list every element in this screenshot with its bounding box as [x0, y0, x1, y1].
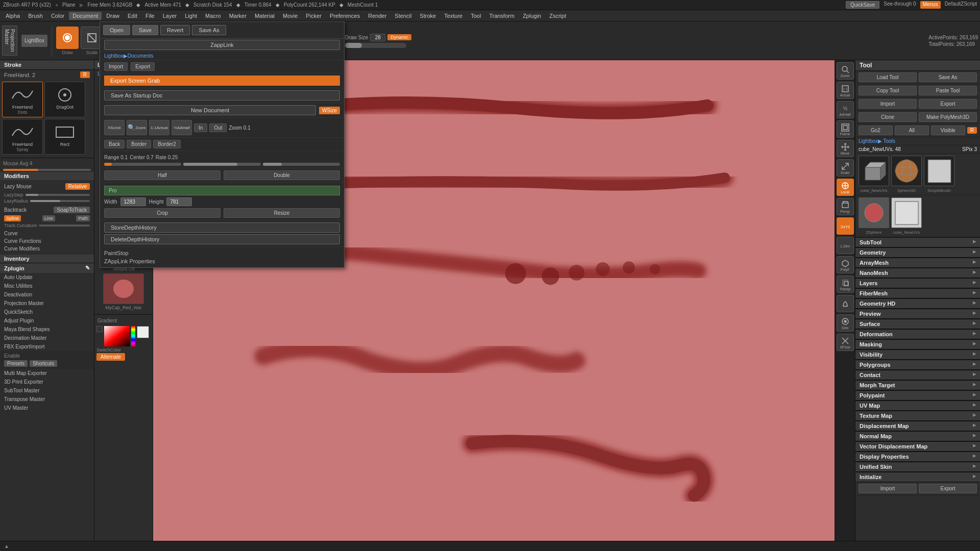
simplebrush-thumb[interactable] — [924, 156, 954, 186]
transp-icon[interactable]: Transp — [837, 276, 854, 293]
menu-macro[interactable]: Macro — [202, 12, 225, 20]
dispmap-section-header[interactable]: Displacement Map ▶ — [855, 421, 980, 431]
path-btn[interactable]: Path — [76, 215, 90, 221]
draw-size-slider[interactable] — [345, 43, 406, 48]
menu-picker[interactable]: Picker — [302, 12, 325, 20]
save-startup-btn[interactable]: Save As Startup Doc — [104, 90, 340, 101]
export-screen-grab-btn[interactable]: Export Screen Grab — [104, 76, 340, 86]
zplugin-decimation[interactable]: Decimation Master — [0, 334, 94, 342]
import-btn[interactable]: Import — [104, 62, 128, 71]
curve-modifiers[interactable]: Curve Modifiers — [4, 245, 90, 253]
all-btn[interactable]: All — [895, 126, 929, 135]
scroll-btn[interactable]: ≡ Scroll — [104, 120, 125, 135]
aahalf-btn[interactable]: ½ AAHalf — [172, 120, 192, 135]
arraymesh-section-header[interactable]: ArrayMesh ▶ — [855, 258, 980, 268]
zapplink-props[interactable]: ZAppLink Properties — [104, 257, 340, 265]
menu-document[interactable]: Document — [69, 12, 102, 20]
scale-icon[interactable]: Scale — [837, 159, 854, 177]
zapplink-btn[interactable]: ZappLink — [104, 40, 340, 50]
menu-preferences[interactable]: Preferences — [326, 12, 363, 20]
frame-icon[interactable]: Frame — [837, 120, 854, 138]
draw-btn[interactable] — [56, 27, 79, 49]
save-as-btn[interactable]: Save As — [192, 25, 226, 35]
polyf-icon[interactable]: PolyF — [837, 256, 854, 273]
xpose-icon[interactable]: XPose — [837, 334, 854, 351]
revert-btn[interactable]: Revert — [160, 25, 190, 35]
unified-skin-section-header[interactable]: Unified Skin ▶ — [855, 462, 980, 472]
export-btn[interactable]: Export — [131, 62, 155, 71]
delete-depth-btn[interactable]: DeleteDepthHistory — [104, 234, 340, 244]
color-hue-bar[interactable] — [131, 326, 135, 346]
move-icon[interactable]: Move — [837, 140, 854, 157]
visibility-section-header[interactable]: Visibility ▶ — [855, 349, 980, 360]
lightbox-btn[interactable]: LightBox — [21, 35, 47, 47]
menu-transform[interactable]: Transform — [485, 12, 518, 20]
open-btn[interactable]: Open — [103, 25, 130, 35]
width-val[interactable]: 1283 — [120, 197, 146, 206]
nanomesh-section-header[interactable]: NanoMesh ▶ — [855, 268, 980, 278]
zplugin-adjust[interactable]: Adjust Plugin — [0, 316, 94, 325]
modifiers-header[interactable]: Modifiers — [0, 172, 94, 180]
zplugin-fbx[interactable]: FBX ExportImport — [0, 342, 94, 351]
r-badge[interactable]: R — [80, 71, 90, 78]
vdismap-section-header[interactable]: Vector Displacement Map ▶ — [855, 441, 980, 452]
paste-tool-btn[interactable]: Paste Tool — [919, 86, 977, 95]
lightbox-tools-link[interactable]: Lightbox▶ Tools — [855, 137, 980, 145]
zplugin-auto-update[interactable]: Auto Update — [0, 273, 94, 282]
preview-section-header[interactable]: Preview ▶ — [855, 309, 980, 319]
menu-draw[interactable]: Draw — [103, 12, 123, 20]
go2-btn[interactable]: Go2 — [859, 126, 893, 135]
geometryhd-section-header[interactable]: Geometry HD ▶ — [855, 298, 980, 309]
import-btn-rp2[interactable]: Import — [859, 484, 917, 493]
morph-target-section-header[interactable]: Morph Target ▶ — [855, 380, 980, 390]
make-polymesh-btn[interactable]: Make PolyMesh3D — [919, 112, 977, 122]
menu-light[interactable]: Light — [181, 12, 201, 20]
lazy-step-slider[interactable] — [26, 194, 90, 196]
menu-render[interactable]: Render — [364, 12, 390, 20]
half-btn[interactable]: Half — [104, 170, 220, 180]
brush-freehand2[interactable]: FreeHand Spray — [2, 119, 43, 155]
aahalf-icon[interactable]: ½ AAHalf — [837, 101, 854, 118]
zplugin-subtool-master[interactable]: SubTool Master — [0, 386, 94, 395]
lightbox-docs-link[interactable]: Lightbox▶Documents — [104, 53, 153, 59]
load-tool-btn[interactable]: Load Tool — [859, 72, 917, 82]
zoom-icon[interactable]: Zoom — [837, 62, 854, 80]
limdim-icon[interactable]: L.Dim — [837, 237, 854, 254]
export-btn-rp2[interactable]: Export — [919, 484, 977, 493]
brush-dragdot[interactable]: DragDot — [44, 82, 85, 117]
polypaint-section-header[interactable]: Polypaint ▶ — [855, 390, 980, 400]
mouse-avg-slider[interactable] — [3, 169, 91, 171]
resize-btn[interactable]: Resize — [224, 208, 340, 218]
menu-brush[interactable]: Brush — [24, 12, 46, 20]
zplugin-maya[interactable]: Maya Blend Shapes — [0, 325, 94, 334]
soap-track-btn[interactable]: SoapToTrack — [54, 207, 90, 213]
brush-freehand-dots[interactable]: FreeHand Dots — [2, 82, 43, 117]
center-slider[interactable] — [183, 163, 260, 166]
surface-section-header[interactable]: Surface ▶ — [855, 319, 980, 329]
cube-thumb[interactable] — [859, 156, 889, 186]
wsize-badge[interactable]: WSize — [319, 107, 340, 114]
layers-section-header[interactable]: Layers ▶ — [855, 278, 980, 288]
in-btn[interactable]: In — [194, 123, 207, 132]
zplugin-transpose[interactable]: Transpose Master — [0, 395, 94, 404]
zplugin-uv-master[interactable]: UV Master — [0, 404, 94, 412]
save-btn[interactable]: Save — [132, 25, 158, 35]
range-slider[interactable] — [104, 163, 181, 166]
color-swatch-light[interactable] — [137, 326, 149, 338]
menu-edit[interactable]: Edit — [124, 12, 141, 20]
sphere-thumb[interactable] — [891, 156, 922, 186]
relative-btn[interactable]: Relative — [65, 183, 90, 190]
shortcuts-btn[interactable]: Shortcuts — [30, 360, 57, 367]
polygroups-section-header[interactable]: Polygroups ▶ — [855, 360, 980, 370]
back-btn[interactable]: Back — [104, 140, 125, 148]
zplugin-deactivation[interactable]: Deactivation — [0, 290, 94, 299]
copy-tool-btn[interactable]: Copy Tool — [859, 86, 917, 95]
inventory-header[interactable]: Inventory — [0, 255, 94, 263]
deformation-section-header[interactable]: Deformation ▶ — [855, 329, 980, 339]
ghost-icon[interactable] — [837, 295, 854, 312]
zplugin-edit-icon[interactable]: ✎ — [85, 265, 90, 271]
menu-material[interactable]: Material — [251, 12, 278, 20]
local-icon[interactable]: Local — [837, 179, 854, 196]
store-depth-btn[interactable]: StoreDepthHistory — [104, 222, 340, 233]
menu-zplugin[interactable]: Zplugin — [519, 12, 545, 20]
